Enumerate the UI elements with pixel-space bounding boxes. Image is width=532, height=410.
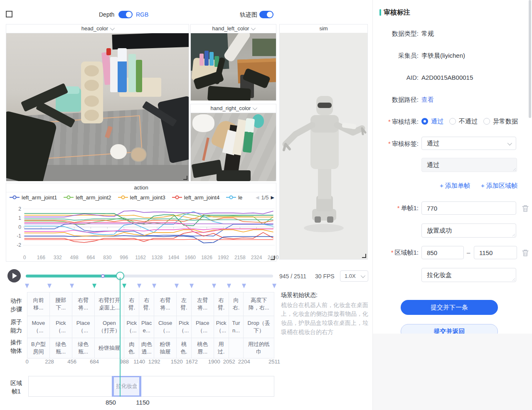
step-cell[interactable]: 用过的纸 巾: [244, 338, 274, 358]
legend-item[interactable]: left_arm_joint1: [10, 194, 57, 201]
step-boundary-marker[interactable]: [25, 284, 29, 288]
step-boundary-marker[interactable]: [92, 284, 96, 288]
step-boundary-marker[interactable]: [212, 284, 216, 288]
step-cell[interactable]: Pick （...: [124, 316, 139, 338]
data-path-view-link[interactable]: 查看: [421, 96, 434, 104]
region-frame-note-textarea[interactable]: 拉化妆盒: [421, 268, 516, 282]
legend-item[interactable]: le: [226, 194, 242, 201]
scrollbar-thumb[interactable]: [529, 0, 531, 118]
resize-corner-icon[interactable]: [271, 256, 275, 260]
step-cell[interactable]: Pick （...: [214, 316, 229, 338]
step-boundary-marker[interactable]: [272, 284, 276, 288]
legend-item[interactable]: left_arm_joint4: [172, 194, 219, 201]
step-cell[interactable]: 绿色 瓶...: [50, 338, 72, 358]
radio-label[interactable]: 异常数据: [493, 118, 518, 125]
step-cell[interactable]: Place （...: [72, 316, 95, 338]
step-boundary-marker[interactable]: [242, 284, 246, 288]
submit-return-button[interactable]: 提交并返回: [401, 324, 498, 334]
region-end-input[interactable]: 1150: [474, 246, 517, 259]
step-cell[interactable]: 右 臂.: [124, 292, 139, 316]
step-boundary-marker[interactable]: [175, 284, 179, 288]
step-cell[interactable]: [229, 338, 244, 358]
radio-label[interactable]: 通过: [431, 118, 443, 125]
step-boundary-marker[interactable]: [122, 284, 126, 288]
hand-right-camera-selector[interactable]: hand_right_color: [191, 104, 276, 113]
speed-select[interactable]: 1.0X: [340, 270, 368, 282]
step-cell[interactable]: 右 臂.: [214, 292, 229, 316]
collector-value: 李轶晨(liyichen): [421, 52, 465, 60]
step-cell[interactable]: 腰部 下...: [50, 292, 72, 316]
legend-item[interactable]: left_arm_joint2: [64, 194, 111, 201]
hand-left-camera-selector[interactable]: hand_left_color: [191, 25, 276, 33]
head-camera-selector[interactable]: head_color: [6, 25, 189, 33]
single-frame-input[interactable]: 770: [421, 201, 516, 215]
step-boundary-marker[interactable]: [190, 284, 194, 288]
resize-handle-icon[interactable]: [511, 233, 515, 236]
step-cell[interactable]: 高度下 降，右...: [244, 292, 274, 316]
step-boundary-marker[interactable]: [152, 284, 156, 288]
step-cell[interactable]: 向前 移...: [27, 292, 50, 316]
resize-handle-icon[interactable]: [512, 167, 516, 171]
delete-single-frame-icon[interactable]: [522, 205, 529, 212]
timeline-slider[interactable]: [26, 275, 273, 277]
trajectory-toggle[interactable]: [259, 11, 273, 18]
step-cell[interactable]: 肉 色.: [124, 338, 139, 358]
step-cell[interactable]: 桃色 唇...: [192, 338, 214, 358]
sim-viewport[interactable]: [280, 33, 367, 259]
add-region-frame-link[interactable]: + 添加区域帧: [481, 182, 517, 189]
depth-rgb-toggle[interactable]: [118, 11, 133, 18]
head-camera-photo: [6, 33, 189, 181]
step-cell[interactable]: 向 右.: [229, 292, 244, 316]
review-tag-textarea[interactable]: 通过: [421, 158, 517, 172]
step-cell[interactable]: 右 臂.: [139, 292, 154, 316]
single-frame-note-textarea[interactable]: 放置成功: [421, 223, 516, 238]
step-cell[interactable]: 右臂 将...: [154, 292, 177, 316]
step-cell[interactable]: Plac e...: [139, 316, 154, 338]
legend-next-icon[interactable]: ▶: [271, 195, 274, 200]
step-cell[interactable]: Pick （...: [177, 316, 192, 338]
step-cell[interactable]: Tur n...: [229, 316, 244, 338]
step-boundary-marker[interactable]: [227, 284, 231, 288]
radio-label[interactable]: 不通过: [459, 118, 478, 125]
legend-prev-icon[interactable]: ◀: [256, 195, 259, 200]
step-cell[interactable]: 绿色 瓶...: [72, 338, 95, 358]
step-cell[interactable]: Place （...: [192, 316, 214, 338]
step-cell[interactable]: 肉色 透...: [139, 338, 154, 358]
play-button[interactable]: [7, 269, 21, 282]
head-camera-panel: head_color: [6, 24, 189, 181]
submit-next-button[interactable]: 提交并下一条: [401, 300, 498, 315]
step-boundary-marker[interactable]: [70, 284, 74, 288]
step-cell[interactable]: Move （...: [27, 316, 50, 338]
step-cell[interactable]: 左臂 将...: [192, 292, 214, 316]
legend-page-indicator: 1/5: [261, 194, 268, 201]
chart-x-tick-label: 1992: [218, 255, 229, 260]
step-cell[interactable]: 用 过.: [214, 338, 229, 358]
radio-selected[interactable]: [421, 118, 428, 125]
resize-handle-icon[interactable]: [511, 277, 515, 281]
review-tag-select[interactable]: 通过: [421, 137, 516, 150]
step-cell[interactable]: 桃 色.: [177, 338, 192, 358]
legend-item[interactable]: left_arm_joint3: [118, 194, 165, 201]
required-asterisk: *: [388, 118, 391, 125]
step-cell[interactable]: 右臂 将...: [72, 292, 95, 316]
resize-corner-icon[interactable]: [362, 254, 366, 258]
resize-corner-icon[interactable]: [183, 176, 187, 180]
step-cell[interactable]: Drop（丢 下）: [244, 316, 274, 338]
region-frame-block[interactable]: 拉化妆盒: [112, 376, 141, 397]
add-single-frame-link[interactable]: + 添加单帧: [440, 182, 470, 189]
fullscreen-icon[interactable]: [6, 11, 12, 17]
step-cell[interactable]: 粉饼 抽屉: [154, 338, 177, 358]
playhead-line[interactable]: [120, 277, 121, 397]
scene-initial-state: 场景初始状态: 梳妆台在机器人前，化妆盒在桌面上，化妆盒的侧边摆放着物品，化妆品…: [281, 291, 370, 336]
sim-title: sim: [280, 25, 367, 33]
step-cell[interactable]: B户型 房间: [27, 338, 50, 358]
step-cell[interactable]: 左 臂.: [177, 292, 192, 316]
radio-unselected[interactable]: [483, 118, 490, 125]
step-cell[interactable]: Close （...: [154, 316, 177, 338]
region-start-input[interactable]: 850: [421, 246, 464, 259]
step-cell[interactable]: Pick （...: [50, 316, 72, 338]
delete-region-frame-icon[interactable]: [522, 249, 529, 257]
radio-unselected[interactable]: [449, 118, 456, 125]
step-boundary-marker[interactable]: [137, 284, 141, 288]
step-boundary-marker[interactable]: [47, 284, 52, 288]
